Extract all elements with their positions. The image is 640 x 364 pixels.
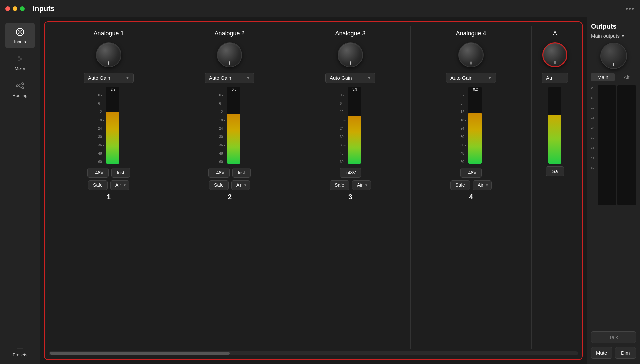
air-4-arrow-icon: ▼ [485, 183, 489, 187]
output-mute-dim: Mute Dim [591, 347, 636, 359]
output-meter-area: 0 - 6 - 12 - 18 - 24 - 30 - 36 - 48 - 60… [591, 85, 636, 327]
talk-button[interactable]: Talk [591, 331, 636, 343]
channel-2-meter: 0 - 6 - 12 - 18 - 24 - 30 - 36 - 48 - 60… [219, 87, 240, 164]
channel-4-number: 4 [469, 193, 473, 201]
output-bottom-buttons: Talk [591, 331, 636, 343]
main-outputs-dropdown[interactable]: Main outputs ▼ [591, 33, 636, 39]
meter-scale-4: 0 - 6 - 12 - 18 - 24 - 30 - 36 - 48 - 60… [460, 87, 466, 164]
channel-3-gain-dropdown[interactable]: Auto Gain ▼ [325, 73, 375, 83]
channel-1-btn-row-2: Safe Air ▼ [88, 180, 129, 190]
svg-line-14 [18, 86, 20, 87]
svg-point-10 [22, 83, 24, 85]
close-button[interactable] [5, 6, 10, 11]
partial-buttons: Sa [537, 166, 573, 176]
channel-2-gain-dropdown[interactable]: Auto Gain ▼ [205, 73, 254, 83]
channel-1-knob[interactable] [96, 42, 121, 67]
channel-4-knob[interactable] [458, 42, 484, 67]
svg-rect-6 [18, 56, 20, 58]
channel-4-buttons: +48V Safe Air ▼ [416, 168, 526, 190]
channel-2-air-button[interactable]: Air ▼ [231, 180, 250, 190]
peak-label-2: -0.5 [227, 88, 240, 91]
output-scale: 0 - 6 - 12 - 18 - 24 - 30 - 36 - 48 - 60… [591, 85, 596, 176]
channels-container: Analogue 1 Auto Gain ▼ 0 - 6 [44, 21, 583, 360]
channel-1-safe-button[interactable]: Safe [88, 180, 108, 190]
channel-strip-1: Analogue 1 Auto Gain ▼ 0 - 6 [49, 26, 169, 349]
more-options-button[interactable]: ••• [626, 5, 635, 13]
partial-safe-button[interactable]: Sa [546, 166, 564, 176]
minimize-button[interactable] [13, 6, 17, 11]
outputs-header: Outputs [591, 23, 636, 30]
partial-meter [548, 87, 561, 164]
horizontal-scrollbar[interactable] [49, 351, 578, 355]
channel-3-knob[interactable] [338, 42, 363, 67]
meter-scale-1: 0 - 6 - 12 - 18 - 24 - 30 - 36 - 48 - 60… [98, 87, 104, 164]
air-dropdown-arrow-icon: ▼ [123, 183, 126, 187]
partial-meter-bar [548, 87, 561, 164]
svg-line-12 [18, 84, 20, 86]
channel-4-safe-button[interactable]: Safe [450, 180, 470, 190]
channel-2-inst-button[interactable]: Inst [232, 168, 251, 178]
channel-1-name: Analogue 1 [93, 30, 124, 37]
maximize-button[interactable] [20, 6, 25, 11]
sidebar-item-mixer[interactable]: Mixer [5, 50, 35, 75]
tab-alt[interactable]: Alt [617, 73, 636, 81]
dropdown-arrow-icon: ▼ [126, 76, 129, 80]
partial-knob[interactable] [542, 42, 567, 67]
channel-3-safe-button[interactable]: Safe [330, 180, 349, 190]
channel-2-safe-button[interactable]: Safe [209, 180, 229, 190]
traffic-lights [5, 6, 25, 11]
meter-scale-2: 0 - 6 - 12 - 18 - 24 - 30 - 36 - 48 - 60… [219, 87, 225, 164]
channel-1-inst-button[interactable]: Inst [111, 168, 130, 178]
channel-3-48v-button[interactable]: +48V [340, 168, 361, 178]
sidebar-item-inputs[interactable]: Inputs [5, 23, 35, 48]
dropdown-arrow-3-icon: ▼ [367, 76, 371, 80]
channel-2-knob[interactable] [217, 42, 242, 67]
meter-scale-3: 0 - 6 - 12 - 18 - 24 - 30 - 36 - 48 - 60… [340, 87, 345, 164]
dropdown-arrow-4-icon: ▼ [488, 76, 492, 80]
main-layout: Inputs Mixer [0, 17, 640, 364]
output-main-knob[interactable] [600, 43, 627, 69]
meter-bar-4: -0.2 [468, 87, 482, 164]
inputs-label: Inputs [14, 39, 26, 44]
channel-4-gain-dropdown[interactable]: Auto Gain ▼ [446, 73, 496, 83]
channel-2-name: Analogue 2 [214, 30, 244, 37]
presets-dash: — [17, 345, 23, 351]
output-meter-left [598, 85, 616, 205]
inputs-icon [15, 27, 25, 37]
channel-4-meter: 0 - 6 - 12 - 18 - 24 - 30 - 36 - 48 - 60… [460, 87, 481, 164]
channel-3-meter: 0 - 6 - 12 - 18 - 24 - 30 - 36 - 48 - 60… [340, 87, 361, 164]
peak-label-4: -0.2 [468, 88, 482, 91]
channel-2-48v-button[interactable]: +48V [208, 168, 229, 178]
output-knob-area [591, 43, 636, 69]
channels-row: Analogue 1 Auto Gain ▼ 0 - 6 [49, 26, 578, 349]
peak-label-1: -2.2 [106, 88, 119, 91]
titlebar: Inputs ••• [0, 0, 640, 17]
air-3-arrow-icon: ▼ [365, 183, 368, 187]
output-meter-right [617, 85, 636, 205]
main-outputs-arrow-icon: ▼ [621, 34, 625, 38]
svg-point-11 [22, 87, 24, 89]
tab-main[interactable]: Main [591, 73, 615, 81]
partial-gain-dropdown[interactable]: Au [542, 73, 568, 83]
scroll-thumb[interactable] [50, 352, 230, 355]
outputs-title: Outputs [591, 23, 617, 30]
content-area: Analogue 1 Auto Gain ▼ 0 - 6 [40, 17, 587, 364]
sidebar-item-routing[interactable]: Routing [5, 76, 35, 102]
channel-4-air-button[interactable]: Air ▼ [473, 180, 492, 190]
routing-label: Routing [13, 93, 28, 98]
mute-button[interactable]: Mute [591, 347, 612, 359]
channel-4-48v-button[interactable]: +48V [460, 168, 481, 178]
channel-1-48v-button[interactable]: +48V [87, 168, 108, 178]
channel-1-air-button[interactable]: Air ▼ [110, 180, 129, 190]
dropdown-arrow-2-icon: ▼ [246, 76, 250, 80]
channel-3-air-button[interactable]: Air ▼ [352, 180, 371, 190]
channel-1-buttons: +48V Inst Safe Air ▼ [54, 168, 164, 190]
channel-1-gain-dropdown[interactable]: Auto Gain ▼ [84, 73, 134, 83]
svg-rect-8 [18, 60, 20, 61]
channel-2-buttons: +48V Inst Safe Air ▼ [175, 168, 284, 190]
svg-point-2 [19, 31, 21, 33]
dim-button[interactable]: Dim [615, 347, 636, 359]
mixer-label: Mixer [15, 66, 25, 71]
air-2-arrow-icon: ▼ [244, 183, 247, 187]
channel-3-buttons: +48V Safe Air ▼ [295, 168, 405, 190]
